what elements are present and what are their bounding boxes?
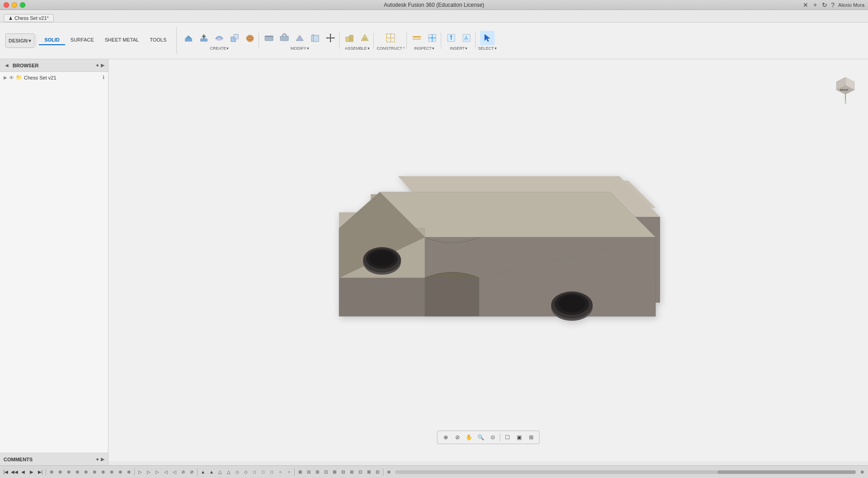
sidebar-toggle-btn[interactable]: ● <box>96 62 99 68</box>
bt-tool1[interactable]: ⊕ <box>47 468 56 476</box>
bt-tool20[interactable]: △ <box>216 468 224 476</box>
display-btn3[interactable]: ⊞ <box>526 432 537 443</box>
bt-tool21[interactable]: △ <box>225 468 233 476</box>
display-btn2[interactable]: ▣ <box>514 432 525 443</box>
bt-tool38[interactable]: ⊟ <box>373 468 382 476</box>
look-btn[interactable]: ⊘ <box>452 432 463 443</box>
sidebar-expand-btn[interactable]: ▶ <box>101 62 104 68</box>
bt-tool13[interactable]: ▷ <box>153 468 161 476</box>
bt-tool24[interactable]: □ <box>250 468 259 476</box>
bt-tool22[interactable]: ◇ <box>233 468 241 476</box>
orbit-btn[interactable]: ⊕ <box>440 432 451 443</box>
assemble-btn1[interactable] <box>342 31 357 45</box>
bt-prev2[interactable]: ◀◀ <box>10 468 19 476</box>
close-icon[interactable]: ✕ <box>803 1 808 9</box>
viewport[interactable]: Z RIGHT ⊕ ⊘ ✋ 🔍 ⊙ ☐ ▣ ⊞ <box>108 59 868 461</box>
modify-btn2[interactable] <box>277 31 292 45</box>
tab-tools[interactable]: TOOLS <box>144 35 172 45</box>
bt-next[interactable]: ▶ <box>28 468 36 476</box>
tab-surface[interactable]: SURFACE <box>65 35 99 45</box>
svg-rect-15 <box>311 35 319 42</box>
revolve-button[interactable] <box>212 31 226 45</box>
zoom-btn[interactable]: 🔍 <box>476 432 486 443</box>
bt-tool5[interactable]: ⊕ <box>82 468 90 476</box>
bt-tool10[interactable]: ⊕ <box>125 468 133 476</box>
bt-tool29[interactable]: ⊠ <box>296 468 304 476</box>
tab-sheetmetal[interactable]: SHEET METAL <box>99 35 144 45</box>
bt-tool9[interactable]: ⊕ <box>116 468 124 476</box>
bt-tool19[interactable]: ▲ <box>208 468 216 476</box>
construct-btn1[interactable] <box>383 31 398 45</box>
scale-button[interactable] <box>227 31 242 45</box>
bt-tool28[interactable]: ○ <box>285 468 293 476</box>
bt-tool30[interactable]: ⊟ <box>305 468 313 476</box>
design-button[interactable]: DESIGN ▾ <box>5 33 34 48</box>
move-btn[interactable] <box>323 31 338 45</box>
tab-solid[interactable]: SOLID <box>39 35 65 45</box>
refresh-icon[interactable]: ↻ <box>822 1 827 9</box>
assemble-group: ASSEMBLE ▾ <box>340 31 374 51</box>
sphere-button[interactable] <box>243 31 257 45</box>
comments-toggle-btn[interactable]: ● <box>96 456 99 462</box>
bt-begin[interactable]: |◀ <box>2 468 10 476</box>
tree-item-project[interactable]: ▶ 👁 📁 Chess Set v21 ℹ <box>0 74 108 81</box>
close-button[interactable] <box>4 2 9 8</box>
tree-expand-icon: ▶ <box>4 75 7 80</box>
bt-end[interactable]: ▶| <box>36 468 44 476</box>
bt-tool6[interactable]: ⊕ <box>90 468 99 476</box>
bt-tool27[interactable]: ○ <box>276 468 284 476</box>
bt-tool36[interactable]: ⊡ <box>356 468 364 476</box>
sidebar-back-button[interactable]: ◀ <box>4 62 10 69</box>
bt-tool7[interactable]: ⊕ <box>99 468 107 476</box>
display-btn1[interactable]: ☐ <box>502 432 513 443</box>
bottom-scrollbar[interactable] <box>395 470 856 474</box>
sketch-button[interactable] <box>197 31 211 45</box>
bt-tool17[interactable]: ⊘ <box>188 468 196 476</box>
bt-tool2[interactable]: ⊕ <box>56 468 64 476</box>
insert-btn2[interactable]: A <box>459 31 474 45</box>
select-btn[interactable] <box>480 31 495 45</box>
bt-tool15[interactable]: ◁ <box>170 468 179 476</box>
inspect-btn1[interactable] <box>410 31 424 45</box>
bt-tool14[interactable]: ◁ <box>162 468 170 476</box>
bt-tool26[interactable]: □ <box>268 468 276 476</box>
bt-tool34[interactable]: ⊟ <box>339 468 347 476</box>
bt-tool3[interactable]: ⊕ <box>65 468 73 476</box>
modify-btn4[interactable] <box>308 31 322 45</box>
bt-tool33[interactable]: ⊠ <box>330 468 339 476</box>
minimize-button[interactable] <box>12 2 17 8</box>
insert-btn1[interactable] <box>444 31 458 45</box>
maximize-button[interactable] <box>20 2 25 8</box>
assemble-btn2[interactable] <box>358 31 372 45</box>
bt-tool11[interactable]: ▷ <box>136 468 144 476</box>
inspect-label: INSPECT ▾ <box>414 46 434 51</box>
fit-btn[interactable]: ⊙ <box>487 432 498 443</box>
bt-tool39[interactable]: ⊕ <box>385 468 393 476</box>
add-icon[interactable]: ＋ <box>812 1 818 9</box>
bt-tool32[interactable]: ⊡ <box>322 468 330 476</box>
pan-btn[interactable]: ✋ <box>464 432 475 443</box>
inspect-btn2[interactable] <box>425 31 439 45</box>
viewcube[interactable]: Z RIGHT <box>827 68 859 100</box>
bt-tool31[interactable]: ⊞ <box>313 468 321 476</box>
bt-tool16[interactable]: ⊘ <box>179 468 187 476</box>
bt-tool35[interactable]: ⊞ <box>348 468 356 476</box>
bt-tool-end[interactable]: ⊕ <box>858 468 866 476</box>
svg-rect-13 <box>280 36 288 41</box>
bt-tool4[interactable]: ⊕ <box>73 468 81 476</box>
bt-tool25[interactable]: □ <box>259 468 267 476</box>
extrude-button[interactable] <box>181 31 196 45</box>
bt-tool12[interactable]: ▷ <box>145 468 153 476</box>
document-tab[interactable]: ♟ Chess Set v21° <box>4 14 54 22</box>
modify-btn1[interactable] <box>262 31 276 45</box>
bt-prev[interactable]: ◀ <box>19 468 27 476</box>
bt-tool23[interactable]: ◇ <box>242 468 250 476</box>
bt-div2 <box>134 469 135 476</box>
bt-tool8[interactable]: ⊕ <box>108 468 116 476</box>
bt-tool18[interactable]: ▲ <box>199 468 207 476</box>
help-icon[interactable]: ? <box>831 1 835 9</box>
bt-tool37[interactable]: ⊠ <box>365 468 373 476</box>
sidebar: ◀ BROWSER ● ▶ ▶ 👁 📁 Chess Set v21 ℹ <box>0 59 108 461</box>
comments-expand-btn[interactable]: ▶ <box>101 456 104 462</box>
modify-btn3[interactable] <box>292 31 307 45</box>
